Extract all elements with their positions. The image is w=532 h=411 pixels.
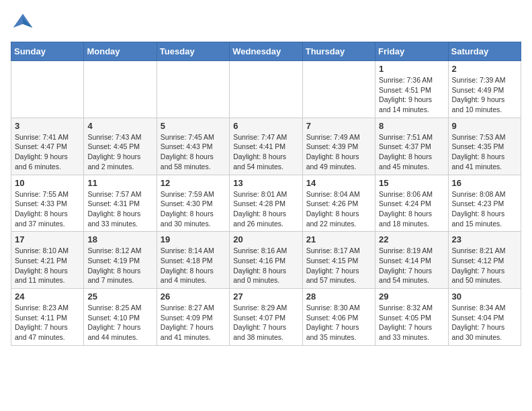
weekday-tuesday: Tuesday — [157, 42, 229, 61]
day-info: Sunrise: 8:14 AM Sunset: 4:18 PM Dayligh… — [161, 246, 226, 285]
day-number: 5 — [161, 121, 226, 131]
day-number: 11 — [87, 178, 152, 188]
calendar-cell — [84, 61, 157, 118]
calendar-cell — [230, 61, 302, 118]
day-number: 18 — [87, 234, 152, 244]
day-number: 13 — [233, 178, 298, 188]
weekday-saturday: Saturday — [448, 42, 521, 61]
day-info: Sunrise: 8:01 AM Sunset: 4:28 PM Dayligh… — [233, 189, 298, 229]
calendar-cell: 8Sunrise: 7:51 AM Sunset: 4:37 PM Daylig… — [375, 118, 448, 175]
calendar-cell: 18Sunrise: 8:12 AM Sunset: 4:19 PM Dayli… — [84, 232, 157, 289]
calendar-cell: 30Sunrise: 8:34 AM Sunset: 4:04 PM Dayli… — [448, 289, 521, 346]
day-info: Sunrise: 8:10 AM Sunset: 4:21 PM Dayligh… — [15, 246, 80, 285]
calendar-week-1: 3Sunrise: 7:41 AM Sunset: 4:47 PM Daylig… — [11, 118, 521, 175]
calendar-week-3: 17Sunrise: 8:10 AM Sunset: 4:21 PM Dayli… — [11, 232, 521, 289]
day-info: Sunrise: 7:43 AM Sunset: 4:45 PM Dayligh… — [87, 132, 152, 172]
day-info: Sunrise: 7:55 AM Sunset: 4:33 PM Dayligh… — [15, 189, 80, 229]
calendar-cell: 6Sunrise: 7:47 AM Sunset: 4:41 PM Daylig… — [230, 118, 302, 175]
day-info: Sunrise: 8:17 AM Sunset: 4:15 PM Dayligh… — [306, 246, 371, 285]
day-info: Sunrise: 7:59 AM Sunset: 4:30 PM Dayligh… — [161, 189, 226, 229]
calendar-cell: 2Sunrise: 7:39 AM Sunset: 4:49 PM Daylig… — [448, 61, 521, 118]
day-number: 20 — [233, 234, 298, 244]
calendar-cell — [157, 61, 229, 118]
calendar-cell: 5Sunrise: 7:45 AM Sunset: 4:43 PM Daylig… — [157, 118, 229, 175]
calendar-week-4: 24Sunrise: 8:23 AM Sunset: 4:11 PM Dayli… — [11, 289, 521, 346]
calendar-cell: 28Sunrise: 8:30 AM Sunset: 4:06 PM Dayli… — [302, 289, 375, 346]
day-info: Sunrise: 7:47 AM Sunset: 4:41 PM Dayligh… — [233, 132, 298, 172]
calendar-cell: 15Sunrise: 8:06 AM Sunset: 4:24 PM Dayli… — [375, 175, 448, 232]
day-info: Sunrise: 8:19 AM Sunset: 4:14 PM Dayligh… — [379, 246, 444, 285]
day-info: Sunrise: 7:49 AM Sunset: 4:39 PM Dayligh… — [306, 132, 371, 172]
weekday-friday: Friday — [375, 42, 448, 61]
calendar-cell — [11, 61, 84, 118]
calendar-cell: 10Sunrise: 7:55 AM Sunset: 4:33 PM Dayli… — [11, 175, 84, 232]
calendar-cell: 3Sunrise: 7:41 AM Sunset: 4:47 PM Daylig… — [11, 118, 84, 175]
day-number: 30 — [452, 291, 517, 302]
day-info: Sunrise: 8:08 AM Sunset: 4:23 PM Dayligh… — [452, 189, 517, 229]
day-number: 24 — [15, 291, 80, 302]
day-number: 16 — [452, 178, 517, 188]
day-number: 9 — [452, 121, 517, 131]
day-number: 25 — [87, 291, 152, 302]
weekday-monday: Monday — [84, 42, 157, 61]
calendar-cell: 14Sunrise: 8:04 AM Sunset: 4:26 PM Dayli… — [302, 175, 375, 232]
day-info: Sunrise: 8:27 AM Sunset: 4:09 PM Dayligh… — [161, 303, 226, 342]
day-number: 12 — [161, 178, 226, 188]
day-info: Sunrise: 7:41 AM Sunset: 4:47 PM Dayligh… — [15, 132, 80, 172]
weekday-header-row: SundayMondayTuesdayWednesdayThursdayFrid… — [11, 42, 521, 61]
calendar-cell: 11Sunrise: 7:57 AM Sunset: 4:31 PM Dayli… — [84, 175, 157, 232]
day-info: Sunrise: 8:32 AM Sunset: 4:05 PM Dayligh… — [379, 303, 444, 342]
day-number: 28 — [306, 291, 371, 302]
calendar-cell: 7Sunrise: 7:49 AM Sunset: 4:39 PM Daylig… — [302, 118, 375, 175]
calendar-table: SundayMondayTuesdayWednesdayThursdayFrid… — [11, 42, 521, 346]
calendar-cell: 12Sunrise: 7:59 AM Sunset: 4:30 PM Dayli… — [157, 175, 229, 232]
calendar-cell: 25Sunrise: 8:25 AM Sunset: 4:10 PM Dayli… — [84, 289, 157, 346]
calendar-cell: 9Sunrise: 7:53 AM Sunset: 4:35 PM Daylig… — [448, 118, 521, 175]
day-number: 23 — [452, 234, 517, 244]
weekday-sunday: Sunday — [11, 42, 84, 61]
day-info: Sunrise: 8:21 AM Sunset: 4:12 PM Dayligh… — [452, 246, 517, 285]
day-number: 10 — [15, 178, 80, 188]
calendar-cell: 29Sunrise: 8:32 AM Sunset: 4:05 PM Dayli… — [375, 289, 448, 346]
calendar-body: 1Sunrise: 7:36 AM Sunset: 4:51 PM Daylig… — [11, 61, 521, 346]
day-info: Sunrise: 8:29 AM Sunset: 4:07 PM Dayligh… — [233, 303, 298, 342]
calendar-cell: 16Sunrise: 8:08 AM Sunset: 4:23 PM Dayli… — [448, 175, 521, 232]
calendar-cell: 13Sunrise: 8:01 AM Sunset: 4:28 PM Dayli… — [230, 175, 302, 232]
day-number: 27 — [233, 291, 298, 302]
calendar-cell: 22Sunrise: 8:19 AM Sunset: 4:14 PM Dayli… — [375, 232, 448, 289]
calendar-week-2: 10Sunrise: 7:55 AM Sunset: 4:33 PM Dayli… — [11, 175, 521, 232]
day-number: 2 — [452, 64, 517, 74]
day-number: 19 — [161, 234, 226, 244]
day-info: Sunrise: 8:25 AM Sunset: 4:10 PM Dayligh… — [87, 303, 152, 342]
day-info: Sunrise: 7:39 AM Sunset: 4:49 PM Dayligh… — [452, 75, 517, 115]
day-info: Sunrise: 7:57 AM Sunset: 4:31 PM Dayligh… — [87, 189, 152, 229]
calendar-cell: 27Sunrise: 8:29 AM Sunset: 4:07 PM Dayli… — [230, 289, 302, 346]
day-number: 8 — [379, 121, 444, 131]
calendar-cell: 20Sunrise: 8:16 AM Sunset: 4:16 PM Dayli… — [230, 232, 302, 289]
calendar-week-0: 1Sunrise: 7:36 AM Sunset: 4:51 PM Daylig… — [11, 61, 521, 118]
calendar-cell: 23Sunrise: 8:21 AM Sunset: 4:12 PM Dayli… — [448, 232, 521, 289]
calendar-cell: 21Sunrise: 8:17 AM Sunset: 4:15 PM Dayli… — [302, 232, 375, 289]
weekday-thursday: Thursday — [302, 42, 375, 61]
day-info: Sunrise: 7:36 AM Sunset: 4:51 PM Dayligh… — [379, 75, 444, 115]
day-info: Sunrise: 8:30 AM Sunset: 4:06 PM Dayligh… — [306, 303, 371, 342]
day-info: Sunrise: 8:34 AM Sunset: 4:04 PM Dayligh… — [452, 303, 517, 342]
day-number: 4 — [87, 121, 152, 131]
calendar-cell: 26Sunrise: 8:27 AM Sunset: 4:09 PM Dayli… — [157, 289, 229, 346]
page-header — [11, 11, 521, 35]
day-info: Sunrise: 7:53 AM Sunset: 4:35 PM Dayligh… — [452, 132, 517, 172]
logo-icon — [11, 11, 35, 35]
day-number: 14 — [306, 178, 371, 188]
day-number: 6 — [233, 121, 298, 131]
day-info: Sunrise: 8:12 AM Sunset: 4:19 PM Dayligh… — [87, 246, 152, 285]
calendar-cell — [302, 61, 375, 118]
calendar-header: SundayMondayTuesdayWednesdayThursdayFrid… — [11, 42, 521, 61]
day-number: 26 — [161, 291, 226, 302]
day-number: 22 — [379, 234, 444, 244]
day-number: 17 — [15, 234, 80, 244]
day-number: 15 — [379, 178, 444, 188]
calendar-cell: 1Sunrise: 7:36 AM Sunset: 4:51 PM Daylig… — [375, 61, 448, 118]
day-info: Sunrise: 8:04 AM Sunset: 4:26 PM Dayligh… — [306, 189, 371, 229]
weekday-wednesday: Wednesday — [230, 42, 302, 61]
day-number: 7 — [306, 121, 371, 131]
